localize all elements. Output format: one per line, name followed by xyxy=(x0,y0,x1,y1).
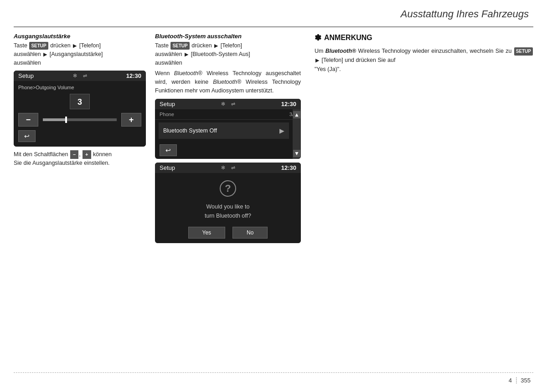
usb-icon-3: ⇌ xyxy=(230,164,236,171)
dialog-buttons: Yes No xyxy=(160,227,296,239)
bt-scrollbar: ▲ ▼ xyxy=(293,109,301,159)
anmerkung-quote: "Yes (Ja)". xyxy=(315,66,341,72)
bottom-text-post: können xyxy=(93,151,112,158)
bottom-text-2: Sie die Ausgangslautstärke einstellen. xyxy=(14,160,110,166)
usb-icon-2: ⇌ xyxy=(230,101,236,107)
dialog-line2: turn Bluetooth off? xyxy=(205,213,251,219)
anmerkung-heading: ✽ ANMERKUNG xyxy=(315,33,533,43)
anmerkung-title-text: ANMERKUNG xyxy=(324,34,372,42)
left-column: Ausgangslautstärke Taste SETUP drücken ▶… xyxy=(14,33,155,369)
left-bottom-text: Mit den Schaltflächen –, + können Sie di… xyxy=(14,150,146,168)
body-wireless2: Wireless Technology xyxy=(246,79,301,85)
volume-minus-btn[interactable]: − xyxy=(18,113,38,127)
section-title-left: Ausgangslautstärke xyxy=(14,33,146,40)
text-telefon-mid: [Telefon] xyxy=(221,42,242,49)
setup-badge-left: SETUP xyxy=(29,42,48,50)
body-wireless: Wireless Technology xyxy=(206,70,261,76)
footer-divider xyxy=(14,372,533,373)
screen2-title: Setup xyxy=(160,101,175,107)
text-drucken-mid: drücken xyxy=(191,42,212,49)
yes-button[interactable]: Yes xyxy=(188,227,226,239)
page-num: 355 xyxy=(521,377,531,384)
text-auswahlen-mid2: auswählen xyxy=(155,60,182,66)
anmerkung-telefon: [Telefon] und drücken Sie auf xyxy=(321,57,395,63)
anmerkung-asterisk: ✽ xyxy=(315,33,321,43)
plus-label: + xyxy=(83,150,91,159)
screen1-body: Phone>Outgoing Volume 3 − + ↩ xyxy=(14,81,146,147)
screen3-icons: ✻ ⇌ xyxy=(220,164,236,171)
screen2-back-row: ↩ xyxy=(155,142,301,159)
middle-body-text: Wenn Bluetooth® Wireless Technology ausg… xyxy=(155,69,301,95)
text-drucken-left: drücken xyxy=(50,42,70,49)
screen1-title: Setup xyxy=(18,72,34,79)
text-taste-mid: Taste xyxy=(155,42,169,49)
volume-slider-thumb xyxy=(65,117,67,123)
setup-badge-right: SETUP xyxy=(514,47,533,56)
minus-label: – xyxy=(70,150,78,159)
bottom-text-pre: Mit den Schaltflächen xyxy=(14,151,68,158)
bt-icon-2: ✻ xyxy=(220,101,226,107)
scroll-down-btn[interactable]: ▼ xyxy=(293,150,300,157)
screen3-time: 12:30 xyxy=(281,164,296,171)
body-bluetooth-italic: Bluetooth® xyxy=(174,70,202,76)
screen1-icons: ✻ ⇌ xyxy=(72,73,88,79)
bt-screen: Setup ✻ ⇌ 12:30 Phone 3/3 Bluetooth Syst… xyxy=(155,99,301,159)
setup-badge-mid: SETUP xyxy=(170,42,189,50)
page-section: 4 xyxy=(509,377,512,384)
screen2-header: Setup ✻ ⇌ 12:30 xyxy=(155,99,301,109)
screen2-subheader: Phone 3/3 xyxy=(155,109,301,120)
anmerkung-um: Um xyxy=(315,48,323,54)
scroll-up-btn[interactable]: ▲ xyxy=(293,111,300,118)
volume-display: 3 xyxy=(70,94,90,109)
header-divider xyxy=(14,26,533,27)
anmerkung-wieder: wieder einzuschalten, wechseln Sie zu xyxy=(413,48,511,54)
text-telefon-left: [Telefon] xyxy=(79,42,101,49)
right-column: ✽ ANMERKUNG Um Bluetooth® Wireless Techn… xyxy=(310,33,533,369)
anmerkung-wireless: Wireless Technology xyxy=(358,48,411,54)
arrow-mid-1: ▶ xyxy=(214,42,218,50)
page-separator: ┊ xyxy=(515,377,518,384)
usb-icon: ⇌ xyxy=(82,73,88,79)
screen2-content: Bluetooth System Off ▶ xyxy=(155,122,293,139)
text-auswahlen-left2: auswählen xyxy=(14,60,41,66)
anmerkung-body: Um Bluetooth® Wireless Technology wieder… xyxy=(315,46,533,74)
left-instruction: Taste SETUP drücken ▶ [Telefon] auswähle… xyxy=(14,41,146,67)
middle-instruction: Taste SETUP drücken ▶ [Telefon] auswähle… xyxy=(155,41,301,67)
page-title: Ausstattung Ihres Fahrzeugs xyxy=(401,8,529,20)
comma: , xyxy=(79,151,80,158)
text-ausgangslaut: [Ausgangslautstärke] xyxy=(50,51,103,57)
screen1-time: 12:30 xyxy=(126,72,141,79)
main-content: Ausgangslautstärke Taste SETUP drücken ▶… xyxy=(14,33,533,369)
screen3-title: Setup xyxy=(160,164,175,171)
screen2-back-btn[interactable]: ↩ xyxy=(160,144,177,156)
no-button[interactable]: No xyxy=(232,227,268,239)
volume-controls: − + xyxy=(18,113,141,127)
text-taste-left: Taste xyxy=(14,42,27,49)
dialog-line1: Would you like to xyxy=(206,204,250,210)
volume-slider-track[interactable] xyxy=(43,118,117,121)
screen3-body: ? Would you like to turn Bluetooth off? … xyxy=(155,173,301,243)
question-icon: ? xyxy=(220,180,236,197)
volume-slider-fill xyxy=(43,118,65,121)
page-number: 4 ┊ 355 xyxy=(509,377,531,384)
screen3-header: Setup ✻ ⇌ 12:30 xyxy=(155,163,301,173)
screen2-phone-label: Phone xyxy=(160,112,174,117)
text-bt-system-aus: [Bluetooth-System Aus] xyxy=(191,51,250,57)
volume-screen: Setup ✻ ⇌ 12:30 Phone>Outgoing Volume 3 … xyxy=(14,71,146,147)
arrow-right-1: ▶ xyxy=(315,56,319,65)
bt-menu-arrow: ▶ xyxy=(279,127,284,134)
bt-system-off-label: Bluetooth System Off xyxy=(163,127,217,134)
bt-system-off-item[interactable]: Bluetooth System Off ▶ xyxy=(159,122,289,139)
text-auswahlen-mid1: auswählen xyxy=(155,51,182,57)
screen1-header: Setup ✻ ⇌ 12:30 xyxy=(14,71,146,81)
screen1-back-btn[interactable]: ↩ xyxy=(18,130,36,142)
body-wenn: Wenn xyxy=(155,70,170,76)
volume-plus-btn[interactable]: + xyxy=(121,113,141,127)
body-bluetooth-italic2: Bluetooth® xyxy=(213,79,241,85)
screen1-breadcrumb: Phone>Outgoing Volume xyxy=(18,85,141,90)
screen2-icons: ✻ ⇌ xyxy=(220,101,236,107)
section-title-middle: Bluetooth-System ausschalten xyxy=(155,33,301,40)
dialog-message: Would you like to turn Bluetooth off? xyxy=(205,202,251,220)
screen2-time: 12:30 xyxy=(281,101,296,107)
screen2-inner: Phone 3/3 Bluetooth System Off ▶ ▲ ▼ ↩ xyxy=(155,109,301,159)
